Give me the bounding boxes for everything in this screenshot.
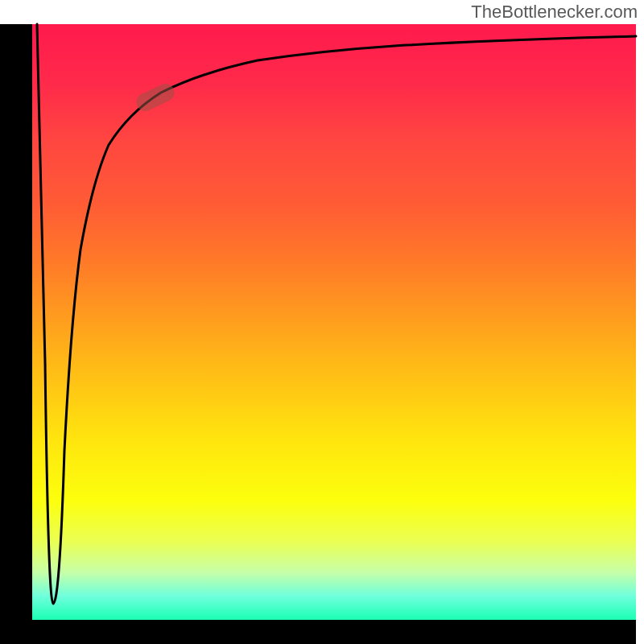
x-axis [0, 620, 636, 644]
y-axis [0, 24, 32, 620]
bottleneck-curve [37, 24, 636, 604]
curve-layer [32, 24, 636, 620]
chart-frame [0, 0, 644, 644]
selected-point-marker [134, 80, 178, 114]
watermark-text: TheBottlenecker.com [471, 2, 638, 23]
axis-origin-corner [0, 620, 32, 644]
